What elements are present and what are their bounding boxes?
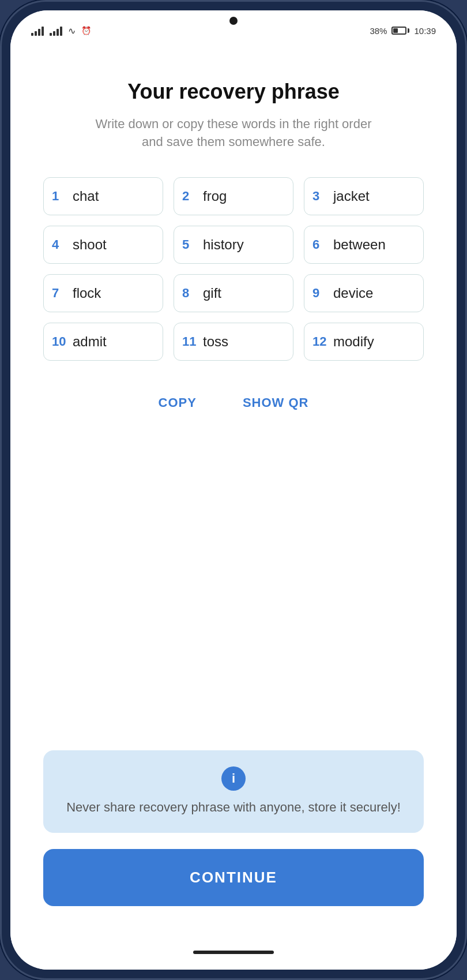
word-number: 10 bbox=[52, 334, 68, 349]
word-text: between bbox=[333, 237, 386, 253]
word-number: 6 bbox=[312, 237, 329, 252]
word-chip: 2frog bbox=[174, 177, 293, 215]
wifi-icon: ∿ bbox=[68, 25, 76, 36]
word-chip: 5history bbox=[174, 226, 293, 264]
page-title: Your recovery phrase bbox=[127, 80, 340, 104]
word-number: 9 bbox=[312, 286, 329, 301]
word-chip: 8gift bbox=[174, 274, 293, 312]
word-number: 12 bbox=[312, 334, 329, 349]
signal-icon-1 bbox=[31, 25, 44, 36]
signal-icon-2 bbox=[50, 25, 62, 36]
bottom-bar bbox=[10, 935, 457, 970]
word-text: frog bbox=[203, 188, 227, 204]
notch bbox=[205, 10, 262, 31]
word-number: 4 bbox=[52, 237, 68, 252]
info-box: i Never share recovery phrase with anyon… bbox=[43, 750, 424, 833]
word-text: chat bbox=[73, 188, 99, 204]
time-display: 10:39 bbox=[414, 26, 436, 36]
word-text: modify bbox=[333, 334, 374, 350]
home-indicator bbox=[193, 951, 274, 954]
word-chip: 7flock bbox=[43, 274, 163, 312]
word-text: flock bbox=[73, 285, 101, 301]
word-chip: 1chat bbox=[43, 177, 163, 215]
word-text: jacket bbox=[333, 188, 370, 204]
status-bar: ∿ ⏰ 38% 10:39 bbox=[10, 10, 457, 51]
word-number: 8 bbox=[182, 286, 198, 301]
word-text: toss bbox=[203, 334, 228, 350]
word-text: gift bbox=[203, 285, 221, 301]
word-chip: 11toss bbox=[174, 323, 293, 361]
word-chip: 10admit bbox=[43, 323, 163, 361]
battery-percent: 38% bbox=[370, 26, 387, 36]
word-chip: 3jacket bbox=[304, 177, 424, 215]
phone-screen: ∿ ⏰ 38% 10:39 Your recovery phrase Wr bbox=[10, 10, 457, 970]
battery-icon bbox=[391, 27, 409, 35]
word-text: device bbox=[333, 285, 373, 301]
show-qr-button[interactable]: SHOW QR bbox=[231, 390, 321, 416]
alarm-icon: ⏰ bbox=[81, 26, 91, 35]
phone-frame: ∿ ⏰ 38% 10:39 Your recovery phrase Wr bbox=[0, 0, 467, 980]
word-chip: 9device bbox=[304, 274, 424, 312]
word-number: 1 bbox=[52, 189, 68, 204]
word-number: 11 bbox=[182, 334, 198, 349]
camera-dot bbox=[229, 17, 238, 25]
info-text: Never share recovery phrase with anyone,… bbox=[66, 799, 401, 817]
copy-button[interactable]: COPY bbox=[147, 390, 208, 416]
word-number: 3 bbox=[312, 189, 329, 204]
status-bar-left: ∿ ⏰ bbox=[31, 25, 91, 36]
action-buttons: COPY SHOW QR bbox=[147, 390, 321, 416]
word-text: shoot bbox=[73, 237, 107, 253]
word-text: admit bbox=[73, 334, 107, 350]
words-grid: 1chat2frog3jacket4shoot5history6between7… bbox=[43, 177, 424, 361]
screen-content: Your recovery phrase Write down or copy … bbox=[10, 51, 457, 935]
info-icon: i bbox=[221, 766, 246, 791]
word-chip: 12modify bbox=[304, 323, 424, 361]
status-bar-right: 38% 10:39 bbox=[370, 26, 436, 36]
word-number: 7 bbox=[52, 286, 68, 301]
word-number: 5 bbox=[182, 237, 198, 252]
word-number: 2 bbox=[182, 189, 198, 204]
page-subtitle: Write down or copy these words in the ri… bbox=[89, 115, 378, 151]
word-text: history bbox=[203, 237, 244, 253]
word-chip: 4shoot bbox=[43, 226, 163, 264]
continue-button[interactable]: CONTINUE bbox=[43, 849, 424, 906]
word-chip: 6between bbox=[304, 226, 424, 264]
